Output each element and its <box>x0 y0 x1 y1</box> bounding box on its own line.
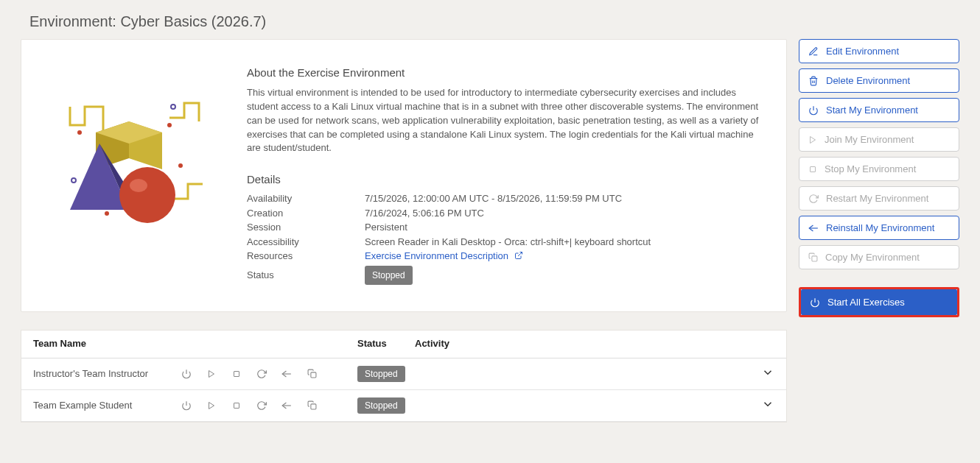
page-title: Environment: Cyber Basics (2026.7) <box>0 0 980 39</box>
detail-value: Persistent <box>365 220 760 235</box>
svg-point-12 <box>130 179 147 192</box>
stop-icon[interactable] <box>231 368 242 380</box>
detail-availability: Availability 7/15/2026, 12:00:00 AM UTC … <box>247 191 760 206</box>
about-text: This virtual environment is intended to … <box>247 86 760 155</box>
restart-environment-button[interactable]: Restart My Environment <box>799 186 959 211</box>
detail-label: Availability <box>247 191 365 206</box>
svg-point-0 <box>77 130 82 135</box>
svg-marker-25 <box>811 136 816 143</box>
stop-icon[interactable] <box>231 400 242 411</box>
environment-thumbnail <box>48 66 217 228</box>
pencil-icon <box>808 46 819 57</box>
edit-environment-button[interactable]: Edit Environment <box>799 39 959 63</box>
reinstall-icon[interactable] <box>281 400 293 411</box>
svg-point-4 <box>171 105 175 109</box>
play-icon[interactable] <box>206 368 217 380</box>
reinstall-icon <box>808 223 819 233</box>
trash-icon <box>808 76 819 86</box>
play-icon[interactable] <box>206 400 217 411</box>
svg-marker-20 <box>209 402 214 409</box>
restart-icon[interactable] <box>256 400 267 411</box>
svg-rect-23 <box>310 404 315 409</box>
stop-environment-button[interactable]: Stop My Environment <box>799 157 959 181</box>
details-heading: Details <box>247 173 760 185</box>
team-name: Instructor's Team Instructor <box>33 368 181 379</box>
geometric-art-icon <box>59 96 206 228</box>
join-environment-button[interactable]: Join My Environment <box>799 127 959 152</box>
svg-point-2 <box>105 211 109 216</box>
start-all-highlight: Start All Exercises <box>799 287 959 317</box>
team-status-badge: Stopped <box>357 366 405 382</box>
external-link-icon <box>514 250 523 264</box>
svg-line-13 <box>518 252 522 257</box>
team-header-status: Status <box>357 338 415 349</box>
team-name: Team Example Student <box>33 400 181 411</box>
power-icon <box>810 297 820 308</box>
svg-marker-15 <box>209 370 214 377</box>
reinstall-environment-button[interactable]: Reinstall My Environment <box>799 216 959 240</box>
copy-icon[interactable] <box>306 368 318 380</box>
detail-label: Creation <box>247 206 365 221</box>
svg-rect-18 <box>310 372 315 378</box>
expand-row-icon[interactable] <box>761 366 774 381</box>
detail-value: 7/16/2024, 5:06:16 PM UTC <box>365 206 760 221</box>
svg-point-5 <box>71 178 76 183</box>
svg-point-1 <box>167 123 172 127</box>
svg-rect-21 <box>234 403 239 408</box>
detail-resources: Resources Exercise Environment Descripti… <box>247 249 760 264</box>
team-row: Team Example Student Stopped <box>21 390 786 422</box>
play-icon <box>808 135 817 144</box>
delete-environment-button[interactable]: Delete Environment <box>799 68 959 93</box>
detail-label: Resources <box>247 249 365 264</box>
detail-label: Status <box>247 268 365 283</box>
team-header-name: Team Name <box>33 338 357 349</box>
power-icon[interactable] <box>181 368 192 380</box>
svg-rect-16 <box>234 371 239 376</box>
detail-value: 7/15/2026, 12:00:00 AM UTC - 8/15/2026, … <box>365 191 760 206</box>
power-icon[interactable] <box>181 400 192 411</box>
detail-accessibility: Accessibility Screen Reader in Kali Desk… <box>247 235 760 250</box>
detail-status: Status Stopped <box>247 266 760 285</box>
stop-icon <box>808 165 817 174</box>
team-row: Instructor's Team Instructor Stopped <box>21 358 786 390</box>
power-icon <box>808 105 819 116</box>
environment-info-card: About the Exercise Environment This virt… <box>21 39 787 312</box>
detail-creation: Creation 7/16/2024, 5:06:16 PM UTC <box>247 206 760 221</box>
copy-icon <box>808 252 818 262</box>
detail-value: Screen Reader in Kali Desktop - Orca: ct… <box>365 235 760 250</box>
team-table: Team Name Status Activity Instructor's T… <box>21 330 787 423</box>
svg-point-11 <box>119 167 175 223</box>
svg-point-3 <box>178 163 183 168</box>
reinstall-icon[interactable] <box>281 368 293 380</box>
start-all-exercises-button[interactable]: Start All Exercises <box>801 289 957 315</box>
restart-icon <box>808 194 819 204</box>
status-badge: Stopped <box>365 266 413 285</box>
detail-label: Accessibility <box>247 235 365 250</box>
svg-rect-28 <box>812 256 817 261</box>
about-heading: About the Exercise Environment <box>247 66 760 79</box>
copy-environment-button[interactable]: Copy My Environment <box>799 245 959 269</box>
detail-label: Session <box>247 220 365 235</box>
team-table-header: Team Name Status Activity <box>21 331 786 358</box>
expand-row-icon[interactable] <box>761 397 774 413</box>
resources-link[interactable]: Exercise Environment Description <box>365 250 523 261</box>
team-header-activity: Activity <box>415 338 774 349</box>
team-status-badge: Stopped <box>357 397 405 414</box>
svg-rect-26 <box>811 166 816 172</box>
start-environment-button[interactable]: Start My Environment <box>799 98 959 122</box>
restart-icon[interactable] <box>256 368 267 380</box>
copy-icon[interactable] <box>306 400 318 411</box>
detail-session: Session Persistent <box>247 220 760 235</box>
